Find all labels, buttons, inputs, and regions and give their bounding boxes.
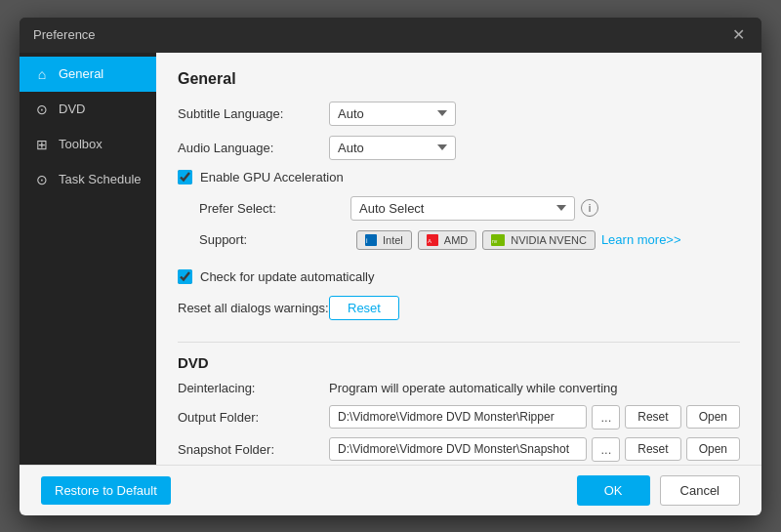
sidebar-item-dvd[interactable]: ⊙ DVD [20, 92, 156, 127]
output-folder-label: Output Folder: [178, 410, 329, 425]
prefer-select-block: Prefer Select: Auto Select i Support: i … [199, 196, 740, 260]
prefer-select-dropdown[interactable]: Auto Select [350, 196, 575, 221]
subtitle-language-dropdown[interactable]: Auto [329, 102, 456, 126]
footer-actions: OK Cancel [577, 475, 740, 506]
audio-language-row: Audio Language: Auto [178, 136, 740, 160]
support-label: Support: [199, 232, 350, 247]
sidebar-item-toolbox[interactable]: ⊞ Toolbox [20, 127, 156, 162]
gpu-acceleration-checkbox[interactable] [178, 170, 192, 184]
nvidia-chip: nv NVIDIA NVENC [482, 230, 596, 250]
sidebar-label-toolbox: Toolbox [59, 137, 103, 151]
title-bar: Preference ✕ [20, 18, 761, 53]
main-content: General Subtitle Language: Auto Audio La… [156, 53, 761, 465]
output-folder-open-button[interactable]: Open [686, 405, 740, 429]
prefer-select-row: Prefer Select: Auto Select i [199, 196, 740, 221]
output-folder-row: Output Folder: ... Reset Open [178, 405, 740, 430]
schedule-icon: ⊙ [33, 172, 51, 187]
gpu-acceleration-row: Enable GPU Acceleration [178, 170, 740, 184]
output-folder-input[interactable] [329, 405, 587, 429]
snapshot-folder-open-button[interactable]: Open [686, 437, 740, 461]
deinterlacing-label: Deinterlacing: [178, 381, 329, 395]
dialog-body: ⌂ General ⊙ DVD ⊞ Toolbox ⊙ Task Schedul… [20, 53, 761, 465]
reset-dialogs-label: Reset all dialogs warnings: [178, 301, 329, 315]
snapshot-folder-dots-button[interactable]: ... [592, 437, 620, 462]
snapshot-folder-label: Snapshot Folder: [178, 442, 329, 457]
dialog-title: Preference [33, 27, 96, 42]
info-icon[interactable]: i [581, 199, 598, 217]
output-folder-reset-button[interactable]: Reset [625, 405, 680, 429]
home-icon: ⌂ [33, 66, 51, 82]
reset-dialogs-button[interactable]: Reset [329, 296, 399, 320]
subtitle-language-label: Subtitle Language: [178, 106, 329, 121]
sidebar-item-general[interactable]: ⌂ General [20, 57, 156, 92]
ok-button[interactable]: OK [577, 475, 650, 506]
output-folder-dots-button[interactable]: ... [592, 405, 620, 430]
sidebar-label-dvd: DVD [59, 102, 85, 116]
audio-language-dropdown[interactable]: Auto [329, 136, 456, 160]
dvd-section-title: DVD [178, 354, 740, 371]
cancel-button[interactable]: Cancel [660, 475, 740, 506]
svg-text:nv: nv [492, 238, 498, 244]
check-update-row: Check for update automatically [178, 269, 740, 284]
check-update-label[interactable]: Check for update automatically [200, 269, 374, 284]
reset-dialogs-row: Reset all dialogs warnings: Reset [178, 296, 740, 320]
sidebar: ⌂ General ⊙ DVD ⊞ Toolbox ⊙ Task Schedul… [20, 53, 156, 465]
svg-text:A: A [428, 238, 432, 244]
sidebar-label-general: General [59, 66, 103, 81]
subtitle-language-row: Subtitle Language: Auto [178, 102, 740, 126]
prefer-select-label: Prefer Select: [199, 201, 350, 216]
dvd-icon: ⊙ [33, 102, 51, 117]
restore-default-button[interactable]: Restore to Default [41, 476, 171, 505]
amd-chip: A AMD [418, 230, 476, 250]
sidebar-item-task-schedule[interactable]: ⊙ Task Schedule [20, 162, 156, 197]
snapshot-folder-input[interactable] [329, 437, 587, 461]
footer: Restore to Default OK Cancel [20, 465, 761, 515]
snapshot-folder-reset-button[interactable]: Reset [625, 437, 680, 461]
intel-chip: i Intel [356, 230, 412, 250]
deinterlacing-row: Deinterlacing: Program will operate auto… [178, 381, 740, 395]
audio-language-label: Audio Language: [178, 141, 329, 155]
sidebar-label-task-schedule: Task Schedule [59, 172, 142, 186]
check-update-checkbox[interactable] [178, 269, 192, 284]
deinterlacing-value: Program will operate automatically while… [329, 381, 618, 395]
learn-more-link[interactable]: Learn more>> [601, 232, 681, 247]
close-button[interactable]: ✕ [728, 25, 748, 45]
gpu-acceleration-label[interactable]: Enable GPU Acceleration [200, 170, 344, 184]
support-row: Support: i Intel A AMD nv NVIDIA NVENC L… [199, 230, 740, 250]
preference-dialog: Preference ✕ ⌂ General ⊙ DVD ⊞ Toolbox ⊙… [20, 18, 761, 515]
toolbox-icon: ⊞ [33, 137, 51, 152]
section-divider [178, 342, 740, 343]
snapshot-folder-row: Snapshot Folder: ... Reset Open [178, 437, 740, 462]
general-section-title: General [178, 70, 740, 88]
